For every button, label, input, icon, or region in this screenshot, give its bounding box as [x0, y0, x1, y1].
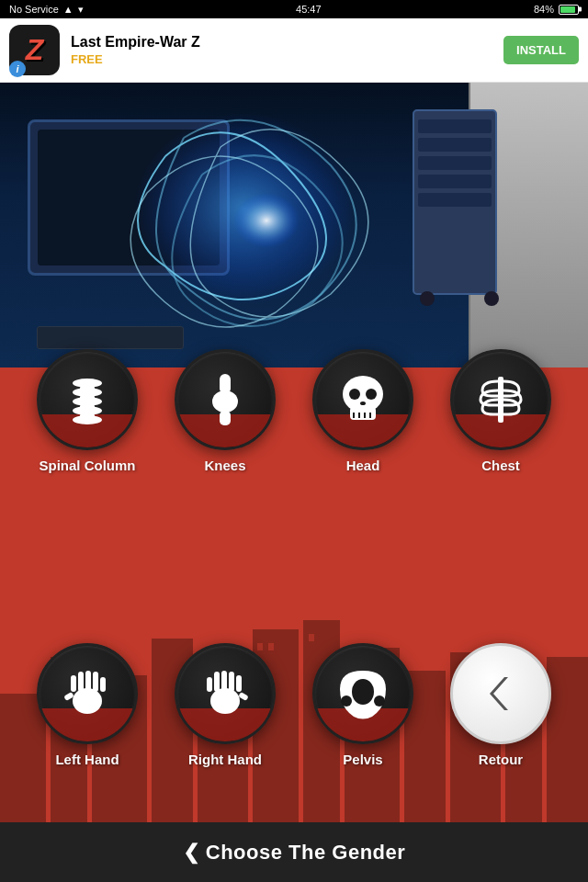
right-hand-circle	[175, 643, 276, 744]
chest-circle	[450, 349, 551, 450]
svg-point-37	[73, 406, 102, 415]
svg-rect-59	[63, 692, 74, 701]
ad-banner: Z Last Empire-War Z FREE INSTALL i	[0, 18, 588, 83]
battery-label: 84%	[534, 4, 554, 15]
pelvis-circle	[312, 643, 413, 744]
svg-point-31	[73, 379, 102, 388]
spinal-column-label: Spinal Column	[40, 458, 136, 473]
svg-point-8	[420, 291, 435, 306]
svg-point-1	[211, 175, 322, 266]
battery-icon	[559, 5, 579, 15]
category-knees[interactable]: Knees	[175, 349, 276, 473]
ad-title: Last Empire-War Z	[71, 34, 492, 51]
svg-rect-64	[214, 672, 220, 692]
svg-point-69	[374, 695, 385, 707]
pelvis-label: Pelvis	[343, 752, 382, 767]
category-chest[interactable]: Chest	[450, 349, 551, 473]
ad-install-button[interactable]: INSTALL	[503, 36, 579, 64]
pelvis-icon	[335, 666, 390, 721]
category-retour[interactable]: Retour	[450, 643, 551, 767]
svg-point-41	[212, 390, 238, 413]
left-hand-circle	[37, 643, 138, 744]
svg-rect-54	[71, 675, 76, 692]
head-icon	[335, 372, 390, 427]
svg-rect-66	[238, 692, 249, 701]
svg-rect-62	[229, 672, 234, 692]
svg-point-39	[73, 415, 102, 424]
svg-rect-61	[236, 675, 242, 692]
energy-glow	[0, 83, 588, 368]
right-hand-label: Right Hand	[188, 752, 262, 767]
retour-label: Retour	[479, 752, 523, 767]
svg-rect-7	[418, 193, 492, 207]
ad-logo: Z	[26, 33, 44, 67]
svg-point-46	[366, 389, 377, 400]
left-hand-icon	[60, 666, 115, 721]
svg-point-33	[73, 388, 102, 397]
top-category-row: Spinal Column Knees	[0, 349, 588, 473]
svg-point-45	[349, 389, 360, 400]
svg-rect-4	[418, 138, 492, 152]
wifi-icon: ▾	[78, 4, 84, 16]
svg-point-60	[210, 688, 240, 714]
svg-rect-57	[93, 672, 98, 692]
category-pelvis[interactable]: Pelvis	[312, 643, 413, 767]
svg-point-47	[360, 401, 366, 405]
svg-rect-30	[309, 634, 314, 641]
ad-text-block: Last Empire-War Z FREE	[71, 34, 492, 67]
svg-rect-42	[220, 411, 231, 425]
hero-image	[0, 83, 588, 368]
status-bar: No Service ▲ ▾ 45:47 84%	[0, 0, 588, 18]
svg-rect-55	[78, 672, 84, 692]
svg-rect-3	[418, 119, 492, 133]
knees-circle	[175, 349, 276, 450]
right-hand-icon	[198, 666, 253, 721]
time-label: 45:47	[296, 4, 322, 15]
spinal-icon	[60, 372, 115, 427]
retour-circle	[450, 643, 551, 744]
svg-point-53	[73, 688, 102, 714]
category-spinal-column[interactable]: Spinal Column	[37, 349, 138, 473]
choose-gender-label: ❮ Choose The Gender	[183, 841, 406, 865]
head-circle	[312, 349, 413, 450]
carrier-label: No Service	[9, 4, 59, 15]
knee-icon	[198, 372, 253, 427]
choose-gender-button[interactable]: ❮ Choose The Gender	[0, 822, 588, 882]
back-icon	[473, 666, 528, 721]
head-label: Head	[346, 458, 380, 473]
left-hand-label: Left Hand	[55, 752, 119, 767]
category-left-hand[interactable]: Left Hand	[37, 643, 138, 767]
category-right-hand[interactable]: Right Hand	[175, 643, 276, 767]
svg-rect-63	[221, 671, 227, 691]
svg-rect-5	[418, 156, 492, 170]
svg-rect-6	[418, 175, 492, 188]
svg-point-68	[341, 695, 352, 707]
knees-label: Knees	[204, 458, 245, 473]
svg-rect-58	[100, 677, 106, 692]
svg-rect-56	[85, 671, 91, 691]
svg-marker-70	[490, 677, 508, 710]
spinal-column-circle	[37, 349, 138, 450]
svg-point-67	[352, 679, 374, 705]
ad-free-label: FREE	[71, 52, 103, 66]
bottom-category-row: Left Hand Right Hand	[0, 643, 588, 767]
svg-point-35	[73, 397, 102, 406]
chest-icon	[473, 372, 528, 427]
svg-rect-65	[207, 677, 212, 692]
info-icon[interactable]: i	[9, 61, 26, 77]
signal-icon: ▲	[63, 4, 74, 15]
category-head[interactable]: Head	[312, 349, 413, 473]
svg-point-9	[484, 291, 499, 306]
chest-label: Chest	[481, 458, 520, 473]
